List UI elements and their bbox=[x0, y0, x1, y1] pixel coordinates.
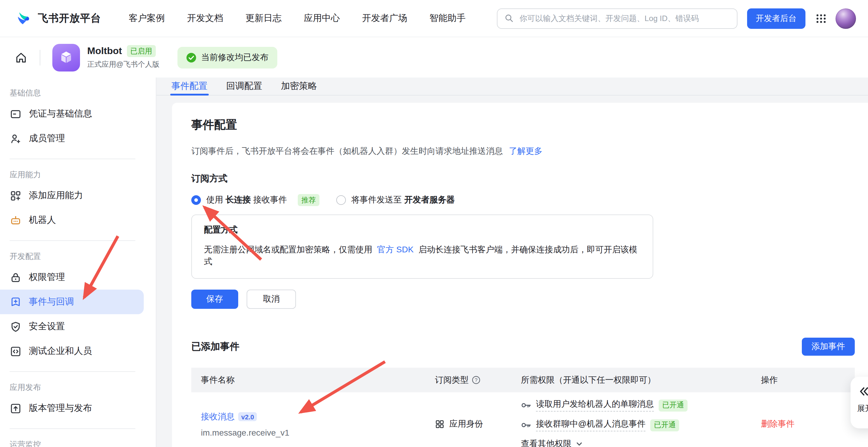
nav-link-developer-plaza[interactable]: 开发者广场 bbox=[362, 12, 407, 24]
event-bookmark-plus-icon bbox=[10, 296, 22, 308]
publish-status-text: 当前修改均已发布 bbox=[201, 52, 268, 63]
app-subtitle: 正式应用@飞书个人版 bbox=[87, 60, 159, 70]
event-version-badge: v2.0 bbox=[238, 412, 257, 421]
sidebar-divider bbox=[10, 240, 135, 241]
app-enabled-badge: 已启用 bbox=[127, 45, 156, 57]
upload-square-icon bbox=[10, 402, 22, 414]
event-name-link[interactable]: 接收消息 v2.0 bbox=[201, 411, 425, 422]
nav-link-ai-assistant[interactable]: 智能助手 bbox=[430, 12, 466, 24]
actions-cell: 删除事件 bbox=[751, 419, 855, 429]
sidebar-item-version-release[interactable]: 版本管理与发布 bbox=[0, 396, 144, 420]
radio-unselected-icon[interactable] bbox=[336, 195, 346, 205]
robot-icon bbox=[10, 214, 22, 226]
config-method-text: 无需注册公网域名或配置加密策略，仅需使用 官方 SDK 启动长连接飞书客户端，并… bbox=[204, 243, 641, 267]
sidebar-section-ops-monitoring: 运营监控 bbox=[0, 440, 156, 447]
nav-link-customer-cases[interactable]: 客户案例 bbox=[129, 12, 165, 24]
home-icon[interactable] bbox=[14, 51, 28, 64]
user-avatar[interactable] bbox=[836, 8, 856, 29]
person-add-icon bbox=[10, 133, 22, 144]
id-card-icon bbox=[10, 108, 22, 120]
cube-icon bbox=[58, 49, 74, 66]
sidebar-item-credentials[interactable]: 凭证与基础信息 bbox=[0, 102, 144, 126]
shield-check-icon bbox=[10, 320, 22, 333]
sidebar-item-label: 安全设置 bbox=[29, 321, 65, 332]
expand-label: 展开 bbox=[857, 403, 868, 414]
sidebar-item-events-callbacks[interactable]: 事件与回调 bbox=[0, 289, 144, 314]
option-text: 将事件发送至开发者服务器 bbox=[351, 195, 455, 205]
permission-text[interactable]: 接收群聊中@机器人消息事件 bbox=[536, 419, 645, 432]
app-header-bar: Moltbot 已启用 正式应用@飞书个人版 当前修改均已发布 bbox=[0, 37, 868, 77]
apps-grid-icon[interactable] bbox=[816, 13, 827, 24]
column-actions: 操作 bbox=[751, 375, 855, 385]
view-more-text[interactable]: 查看其他权限 bbox=[521, 439, 571, 447]
events-table: 事件名称 订阅类型 ? 所需权限（开通以下任一权限即可） 操作 接收 bbox=[191, 368, 855, 447]
sidebar-item-members[interactable]: 成员管理 bbox=[0, 126, 144, 151]
added-events-header: 已添加事件 添加事件 bbox=[191, 338, 855, 356]
header-divider bbox=[40, 49, 40, 65]
svg-text:?: ? bbox=[474, 377, 477, 383]
lock-icon bbox=[10, 271, 22, 283]
sidebar-item-permissions[interactable]: 权限管理 bbox=[0, 265, 144, 289]
search-input[interactable] bbox=[518, 13, 730, 24]
permissions-cell: 读取用户发给机器人的单聊消息 已开通 接收群聊中@机器人消息事件 已开通 查看其… bbox=[511, 399, 751, 447]
cancel-button[interactable]: 取消 bbox=[247, 289, 296, 309]
add-event-button[interactable]: 添加事件 bbox=[802, 338, 855, 356]
nav-link-changelog[interactable]: 更新日志 bbox=[245, 12, 281, 24]
key-icon bbox=[521, 420, 531, 430]
tab-encryption-strategy[interactable]: 加密策略 bbox=[281, 77, 317, 95]
top-nav-links: 客户案例 开发文档 更新日志 应用中心 开发者广场 智能助手 bbox=[129, 12, 466, 24]
official-sdk-link[interactable]: 官方 SDK bbox=[377, 244, 413, 254]
sidebar-item-test-company[interactable]: 测试企业和人员 bbox=[0, 339, 144, 364]
nav-link-app-center[interactable]: 应用中心 bbox=[304, 12, 340, 24]
permission-text[interactable]: 读取用户发给机器人的单聊消息 bbox=[536, 399, 654, 412]
sidebar-item-label: 凭证与基础信息 bbox=[29, 108, 92, 119]
grid-add-icon bbox=[10, 190, 22, 202]
delete-event-button[interactable]: 删除事件 bbox=[761, 419, 795, 428]
sidebar-divider bbox=[10, 159, 135, 159]
events-table-header: 事件名称 订阅类型 ? 所需权限（开通以下任一权限即可） 操作 bbox=[191, 368, 855, 392]
save-button[interactable]: 保存 bbox=[191, 289, 238, 309]
permission-item: 读取用户发给机器人的单聊消息 已开通 bbox=[521, 399, 751, 412]
page-description: 订阅事件后，飞书开放平台将会在事件（如机器人入群）发生时向请求地址推送消息 了解… bbox=[191, 146, 855, 157]
event-name-text[interactable]: 接收消息 bbox=[201, 411, 235, 422]
app-name: Moltbot bbox=[87, 46, 122, 57]
app-identity-grid-icon bbox=[435, 419, 444, 429]
sidebar-item-label: 成员管理 bbox=[29, 133, 65, 144]
sidebar-item-label: 机器人 bbox=[29, 214, 56, 226]
description-text: 订阅事件后，飞书开放平台将会在事件（如机器人入群）发生时向请求地址推送消息 bbox=[191, 146, 503, 156]
expand-side-panel-button[interactable]: 展开 bbox=[850, 377, 868, 428]
permission-granted-badge: 已开通 bbox=[650, 419, 679, 431]
logo-text: 飞书开放平台 bbox=[38, 11, 101, 25]
permission-item: 接收群聊中@机器人消息事件 已开通 bbox=[521, 419, 751, 432]
sidebar-item-label: 测试企业和人员 bbox=[29, 345, 92, 357]
radio-option-developer-server[interactable]: 将事件发送至开发者服务器 bbox=[336, 195, 455, 205]
tab-event-config[interactable]: 事件配置 bbox=[172, 77, 208, 95]
subscription-type-text: 应用身份 bbox=[450, 419, 483, 429]
column-event-name: 事件名称 bbox=[191, 375, 425, 385]
view-more-permissions[interactable]: 查看其他权限 bbox=[521, 439, 751, 447]
sidebar-item-security[interactable]: 安全设置 bbox=[0, 314, 144, 339]
radio-selected-icon[interactable] bbox=[191, 195, 201, 205]
sidebar-item-add-capability[interactable]: 添加应用能力 bbox=[0, 183, 144, 208]
question-circle-icon[interactable]: ? bbox=[472, 376, 480, 384]
sidebar: 基础信息 凭证与基础信息 成员管理 应用能力 bbox=[0, 77, 156, 447]
column-required-permissions: 所需权限（开通以下任一权限即可） bbox=[511, 375, 751, 385]
radio-option-long-connection[interactable]: 使用长连接接收事件 推荐 bbox=[191, 194, 319, 206]
permission-granted-badge: 已开通 bbox=[659, 399, 687, 411]
top-navigation-bar: 飞书开放平台 客户案例 开发文档 更新日志 应用中心 开发者广场 智能助手 开发… bbox=[0, 0, 868, 37]
sidebar-item-bot[interactable]: 机器人 bbox=[0, 208, 144, 233]
nav-link-dev-docs[interactable]: 开发文档 bbox=[187, 12, 223, 24]
global-search-box[interactable] bbox=[497, 8, 737, 29]
learn-more-link[interactable]: 了解更多 bbox=[509, 146, 542, 156]
event-code: im.message.receive_v1 bbox=[201, 427, 425, 437]
sidebar-item-label: 添加应用能力 bbox=[29, 190, 83, 201]
feishu-logo[interactable]: 飞书开放平台 bbox=[16, 10, 101, 27]
added-events-title: 已添加事件 bbox=[191, 340, 239, 353]
search-icon bbox=[504, 14, 514, 23]
developer-console-button[interactable]: 开发者后台 bbox=[747, 8, 805, 29]
publish-status-pill: 当前修改均已发布 bbox=[178, 46, 277, 68]
tab-callback-config[interactable]: 回调配置 bbox=[226, 77, 262, 95]
double-chevron-left-icon bbox=[857, 385, 868, 398]
config-tabs: 事件配置 回调配置 加密策略 bbox=[156, 77, 868, 96]
key-icon bbox=[521, 400, 531, 410]
